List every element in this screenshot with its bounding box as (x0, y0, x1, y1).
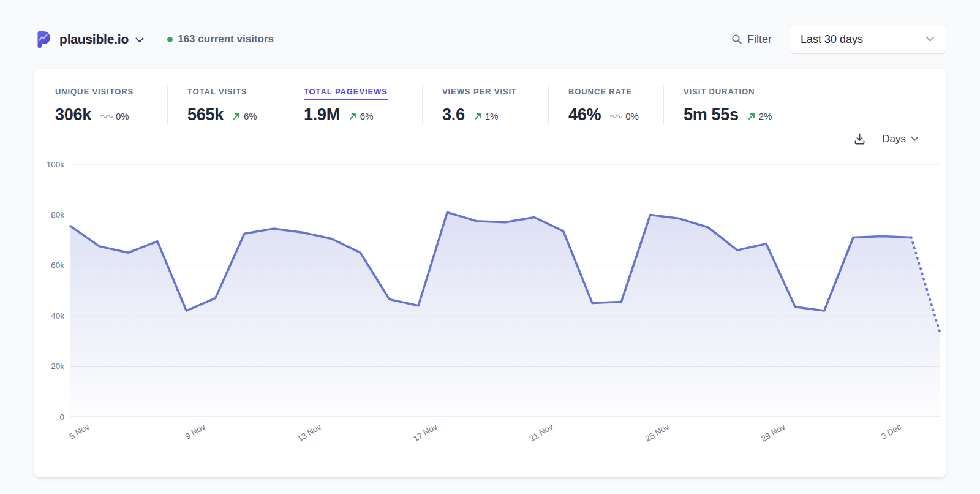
download-icon (853, 132, 866, 145)
trend-up-icon (747, 112, 756, 121)
metric-label: VIEWS PER VISIT (442, 87, 517, 100)
y-axis: 020k40k60k80k100k (47, 160, 65, 422)
pageviews-area (70, 212, 940, 417)
metric-value-row: 5m 55s 2% (684, 105, 800, 124)
trend-flat-icon (100, 113, 113, 120)
metric-change: 0% (609, 111, 639, 121)
metric-value: 1.9M (304, 105, 340, 124)
trend-up-icon (349, 112, 357, 121)
metric-value-row: 306k 0% (55, 105, 167, 124)
metric-value: 5m 55s (684, 105, 739, 124)
current-visitors-label: 163 current visitors (178, 33, 274, 45)
chart-controls: Days (853, 132, 919, 145)
metric-label: BOUNCE RATE (568, 87, 632, 100)
trend-up-icon (473, 112, 482, 121)
x-axis-label: 25 Nov (644, 422, 671, 444)
y-axis-label: 0 (59, 412, 64, 422)
metric-value: 3.6 (442, 105, 465, 124)
metric-value-row: 1.9M 6% (304, 105, 422, 124)
interval-label: Days (882, 133, 906, 145)
metric-tab[interactable]: UNIQUE VISITORS 306k 0% (55, 85, 168, 124)
metric-change-pct: 6% (244, 111, 257, 121)
x-axis-label: 29 Nov (760, 422, 787, 444)
metric-label: TOTAL VISITS (187, 87, 247, 100)
trend-flat-icon (609, 113, 622, 120)
y-axis-label: 20k (51, 362, 64, 371)
x-axis-label: 13 Nov (296, 422, 323, 444)
metric-value-row: 46% 0% (568, 105, 663, 124)
filter-button[interactable]: Filter (731, 33, 772, 46)
metric-change: 0% (100, 111, 129, 121)
filter-label: Filter (747, 33, 772, 46)
metric-label: TOTAL PAGEVIEWS (304, 87, 388, 100)
metric-value-row: 565k 6% (187, 105, 284, 124)
interval-select[interactable]: Days (882, 133, 919, 145)
analytics-card: UNIQUE VISITORS 306k 0% TOTAL VISITS 565… (34, 69, 946, 477)
y-axis-label: 60k (51, 260, 64, 270)
site-switcher[interactable]: plausible.io (36, 30, 144, 49)
trend-up-icon (232, 112, 241, 121)
metric-value: 306k (55, 105, 91, 124)
metric-label: VISIT DURATION (684, 87, 755, 100)
x-axis-label: 3 Dec (880, 422, 903, 441)
x-axis-label: 21 Nov (527, 422, 555, 444)
y-axis-label: 100k (47, 160, 65, 169)
x-axis-label: 17 Nov (412, 422, 439, 444)
search-icon (731, 34, 742, 45)
metric-value-row: 3.6 1% (442, 105, 548, 124)
pageviews-chart[interactable]: 020k40k60k80k100k 5 Nov9 Nov13 Nov17 Nov… (34, 150, 946, 474)
metric-label: UNIQUE VISITORS (55, 87, 134, 100)
x-axis-label: 5 Nov (68, 422, 91, 441)
metric-change: 2% (747, 111, 772, 121)
chevron-down-icon (911, 136, 919, 142)
current-visitors[interactable]: 163 current visitors (167, 33, 274, 45)
x-axis: 5 Nov9 Nov13 Nov17 Nov21 Nov25 Nov29 Nov… (68, 422, 903, 444)
metric-tab[interactable]: VIEWS PER VISIT 3.6 1% (442, 85, 549, 124)
metric-change-pct: 0% (116, 111, 129, 121)
metrics-row: UNIQUE VISITORS 306k 0% TOTAL VISITS 565… (55, 85, 800, 124)
metric-change-pct: 1% (485, 111, 499, 121)
topbar: plausible.io 163 current visitors Filter… (36, 25, 946, 54)
y-axis-label: 40k (51, 311, 64, 321)
metric-change-pct: 0% (625, 111, 639, 121)
metric-tab[interactable]: VISIT DURATION 5m 55s 2% (684, 85, 800, 124)
metric-change: 1% (473, 111, 499, 121)
metric-value: 565k (187, 105, 224, 124)
metric-value: 46% (568, 105, 601, 124)
y-axis-label: 80k (51, 210, 64, 219)
metric-change-pct: 6% (360, 111, 374, 121)
live-indicator-dot (167, 37, 173, 42)
plausible-logo-icon (36, 30, 52, 49)
x-axis-label: 9 Nov (184, 422, 207, 441)
metric-change: 6% (232, 111, 257, 121)
date-range-value: Last 30 days (801, 33, 863, 46)
date-range-select[interactable]: Last 30 days (790, 25, 946, 53)
metric-change: 6% (349, 111, 374, 121)
export-download-button[interactable] (853, 132, 866, 145)
site-switcher-chevron-icon (135, 37, 144, 43)
metric-tab[interactable]: BOUNCE RATE 46% 0% (568, 85, 664, 124)
metric-change-pct: 2% (759, 111, 772, 121)
site-name: plausible.io (59, 32, 129, 47)
metric-tab[interactable]: TOTAL VISITS 565k 6% (187, 85, 284, 124)
chevron-down-icon (925, 36, 935, 42)
metric-tab[interactable]: TOTAL PAGEVIEWS 1.9M 6% (304, 85, 423, 124)
